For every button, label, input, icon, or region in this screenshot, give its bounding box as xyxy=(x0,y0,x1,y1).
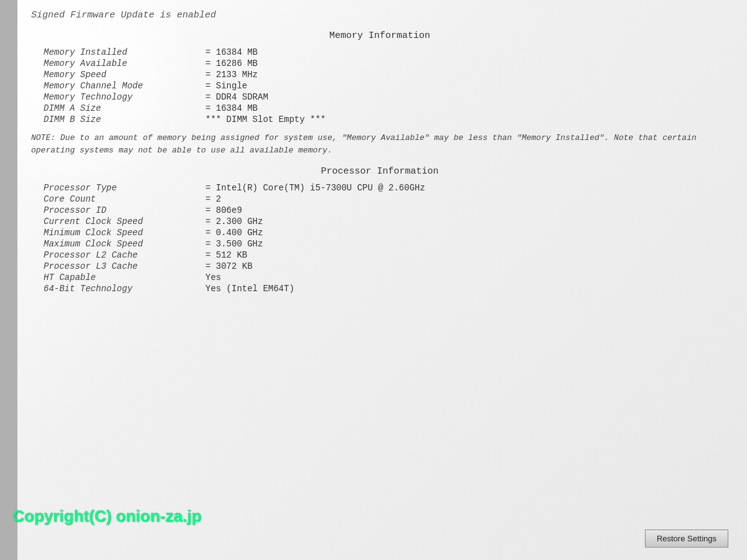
processor-label: Current Clock Speed xyxy=(44,217,205,226)
memory-label: Memory Available xyxy=(44,58,205,68)
processor-value: Yes xyxy=(205,273,728,282)
processor-label: Core Count xyxy=(44,194,205,204)
memory-label: Memory Speed xyxy=(44,70,205,80)
memory-section: Memory Information Memory Installed= 163… xyxy=(31,30,728,156)
memory-value: = DDR4 SDRAM xyxy=(205,92,728,102)
processor-value: = 3.500 GHz xyxy=(205,239,728,249)
memory-value: = 16286 MB xyxy=(205,58,728,68)
processor-section: Processor Information Processor Type= In… xyxy=(31,166,728,294)
processor-value: = 0.400 GHz xyxy=(205,228,728,238)
processor-section-title: Processor Information xyxy=(31,166,728,177)
processor-label: Processor Type xyxy=(44,183,205,193)
memory-value: = Single xyxy=(205,81,728,91)
memory-value: = 2133 MHz xyxy=(205,70,728,80)
processor-label: 64-Bit Technology xyxy=(44,284,205,294)
memory-section-title: Memory Information xyxy=(31,30,728,41)
processor-value: = 2.300 GHz xyxy=(205,217,728,226)
processor-value: = 3072 KB xyxy=(205,261,728,271)
left-border xyxy=(0,0,17,560)
processor-value: = 806e9 xyxy=(205,205,728,215)
memory-label: Memory Channel Mode xyxy=(44,81,205,91)
memory-label: DIMM A Size xyxy=(44,103,205,113)
memory-info-table: Memory Installed= 16384 MBMemory Availab… xyxy=(44,47,728,124)
processor-value: Yes (Intel EM64T) xyxy=(205,284,728,294)
processor-label: HT Capable xyxy=(44,273,205,282)
processor-label: Processor ID xyxy=(44,205,205,215)
processor-value: = 512 KB xyxy=(205,250,728,260)
memory-value: = 16384 MB xyxy=(205,47,728,57)
processor-info-table: Processor Type= Intel(R) Core(TM) i5-730… xyxy=(44,183,728,294)
memory-value: = 16384 MB xyxy=(205,103,728,113)
memory-note: NOTE: Due to an amount of memory being a… xyxy=(31,132,728,156)
top-bar-text: Signed Firmware Update is enabled xyxy=(31,5,728,30)
processor-label: Processor L3 Cache xyxy=(44,261,205,271)
processor-value: = Intel(R) Core(TM) i5-7300U CPU @ 2.60G… xyxy=(205,183,728,193)
processor-value: = 2 xyxy=(205,194,728,204)
memory-label: Memory Technology xyxy=(44,92,205,102)
processor-label: Maximum Clock Speed xyxy=(44,239,205,249)
processor-label: Processor L2 Cache xyxy=(44,250,205,260)
memory-label: DIMM B Size xyxy=(44,114,205,124)
copyright-watermark: Copyright(C) onion-za.jp xyxy=(12,506,201,526)
memory-label: Memory Installed xyxy=(44,47,205,57)
restore-settings-button[interactable]: Restore Settings xyxy=(645,530,728,548)
memory-value: *** DIMM Slot Empty *** xyxy=(205,114,728,124)
processor-label: Minimum Clock Speed xyxy=(44,228,205,238)
